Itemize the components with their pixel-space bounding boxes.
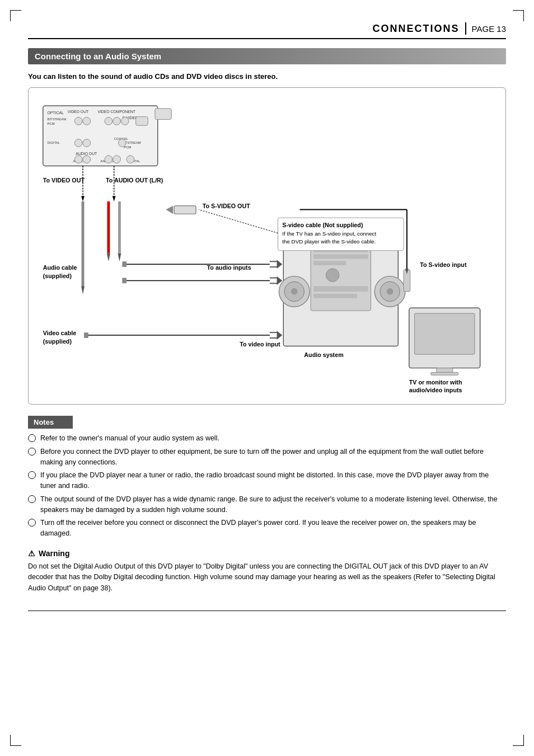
bottom-rule: [28, 611, 506, 611]
bullet-icon: [28, 519, 36, 527]
header-divider: [465, 22, 466, 35]
svg-point-8: [74, 118, 82, 125]
svg-point-12: [121, 118, 129, 125]
svg-marker-52: [277, 260, 283, 269]
svg-rect-74: [313, 294, 357, 298]
svg-text:To video input: To video input: [240, 341, 280, 348]
svg-point-18: [83, 139, 91, 147]
svg-rect-82: [431, 372, 458, 375]
corner-mark-tr: [513, 10, 524, 21]
corner-mark-br: [513, 735, 524, 746]
note-text-4: The output sound of the DVD player has a…: [40, 494, 506, 515]
list-item: If you place the DVD player near a tuner…: [28, 470, 506, 491]
notes-section: Notes Refer to the owner's manual of you…: [28, 416, 506, 539]
svg-marker-41: [107, 253, 110, 262]
svg-rect-70: [313, 255, 368, 259]
svg-point-77: [387, 288, 394, 295]
section-title: Connecting to an Audio System: [35, 51, 161, 61]
svg-text:audio/video inputs: audio/video inputs: [409, 387, 462, 393]
warning-section: ⚠ Warning Do not set the Digital Audio O…: [28, 549, 506, 594]
notes-title-bar: Notes: [28, 416, 73, 429]
svg-text:OPTICAL: OPTICAL: [48, 111, 64, 115]
svg-point-19: [118, 139, 126, 147]
svg-rect-0: [43, 106, 158, 166]
svg-marker-35: [113, 196, 116, 201]
list-item: The output sound of the DVD player has a…: [28, 494, 506, 515]
notes-list: Refer to the owner's manual of your audi…: [28, 433, 506, 539]
svg-point-17: [74, 139, 82, 147]
svg-text:Audio system: Audio system: [304, 351, 343, 358]
svg-text:To S-VIDEO OUT: To S-VIDEO OUT: [203, 203, 250, 209]
svg-text:Audio cable: Audio cable: [43, 264, 77, 271]
svg-rect-80: [415, 313, 475, 354]
warning-icon: ⚠: [28, 549, 35, 558]
svg-point-10: [105, 118, 113, 125]
list-item: Before you connect the DVD player to oth…: [28, 447, 506, 468]
bullet-icon: [28, 495, 36, 503]
svg-rect-29: [155, 109, 171, 120]
svg-text:VIDEO COMPONENT: VIDEO COMPONENT: [97, 110, 135, 114]
svg-line-101: [199, 210, 278, 233]
svg-text:AUDIO OUT: AUDIO OUT: [76, 152, 97, 156]
list-item: Turn off the receiver before you connect…: [28, 518, 506, 539]
bullet-icon: [28, 448, 36, 456]
svg-text:To AUDIO OUT (L/R): To AUDIO OUT (L/R): [106, 177, 163, 184]
svg-text:S-video cable (Not supplied): S-video cable (Not supplied): [282, 222, 363, 228]
note-text-1: Refer to the owner's manual of your audi…: [40, 433, 219, 444]
svg-text:To S-video input: To S-video input: [420, 261, 467, 268]
svg-text:(supplied): (supplied): [43, 338, 72, 345]
svg-marker-89: [166, 206, 173, 214]
svg-text:DIGITAL: DIGITAL: [48, 141, 60, 144]
svg-text:If the TV has an S-video input: If the TV has an S-video input, connect: [282, 231, 376, 237]
svg-rect-71: [313, 261, 346, 265]
svg-point-24: [74, 156, 82, 163]
svg-text:(supplied): (supplied): [43, 273, 72, 279]
svg-marker-32: [81, 196, 85, 201]
svg-point-26: [105, 156, 113, 163]
svg-text:VIDEO OUT: VIDEO OUT: [68, 110, 89, 114]
svg-text:the DVD player with the S-vide: the DVD player with the S-video cable.: [282, 238, 376, 245]
svg-text:BITSTREAM: BITSTREAM: [48, 118, 67, 121]
svg-rect-88: [174, 206, 196, 214]
note-text-3: If you place the DVD player near a tuner…: [40, 470, 506, 491]
warning-title-row: ⚠ Warning: [28, 549, 506, 558]
svg-point-28: [127, 156, 134, 163]
svg-text:Video cable: Video cable: [43, 330, 76, 336]
notes-title: Notes: [34, 418, 54, 426]
svg-point-27: [113, 156, 121, 163]
svg-marker-40: [81, 286, 85, 294]
section-subtitle: You can listen to the sound of audio CDs…: [28, 72, 506, 81]
svg-marker-63: [277, 331, 283, 340]
bullet-icon: [28, 434, 36, 442]
diagram-box: OPTICAL BITSTREAM PCM DIGITAL VIDEO OUT …: [28, 87, 506, 405]
svg-rect-73: [313, 286, 368, 292]
connections-label: CONNECTIONS: [373, 23, 460, 35]
connection-diagram: OPTICAL BITSTREAM PCM DIGITAL VIDEO OUT …: [38, 97, 496, 393]
svg-text:PCM: PCM: [124, 145, 131, 149]
svg-point-11: [113, 118, 121, 125]
svg-point-25: [83, 156, 91, 163]
svg-rect-81: [437, 368, 453, 373]
corner-mark-bl: [10, 735, 21, 746]
svg-text:TV or monitor with: TV or monitor with: [409, 379, 462, 386]
svg-marker-42: [118, 253, 121, 262]
warning-text: Do not set the Digital Audio Output of t…: [28, 561, 506, 594]
svg-text:To audio inputs: To audio inputs: [207, 264, 251, 271]
section-title-bar: Connecting to an Audio System: [28, 48, 506, 64]
svg-point-67: [291, 288, 298, 295]
note-text-5: Turn off the receiver before you connect…: [40, 518, 506, 539]
page-number: PAGE 13: [472, 24, 506, 34]
svg-text:To VIDEO OUT: To VIDEO OUT: [43, 177, 85, 184]
svg-text:PCM: PCM: [48, 122, 55, 125]
warning-title-text: Warning: [39, 549, 69, 558]
page-header: CONNECTIONS PAGE 13: [28, 22, 506, 39]
svg-rect-49: [122, 261, 127, 267]
svg-rect-13: [136, 117, 148, 126]
svg-point-72: [326, 269, 339, 281]
list-item: Refer to the owner's manual of your audi…: [28, 433, 506, 444]
note-text-2: Before you connect the DVD player to oth…: [40, 447, 506, 468]
corner-mark-tl: [10, 10, 21, 21]
svg-rect-54: [122, 278, 127, 284]
bullet-icon: [28, 471, 36, 479]
svg-point-9: [83, 118, 91, 125]
